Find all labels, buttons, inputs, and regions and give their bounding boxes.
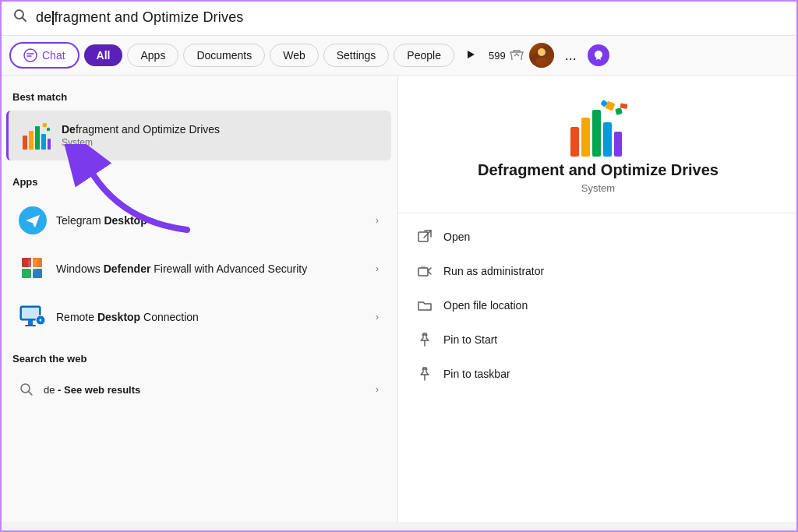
- search-bar: defragment and Optimize Drives: [0, 0, 798, 36]
- tab-all-label: All: [97, 49, 111, 62]
- notification-bubble: [588, 44, 609, 66]
- svg-rect-10: [48, 139, 51, 150]
- pin-taskbar-icon: [417, 366, 433, 382]
- svg-rect-26: [581, 118, 590, 157]
- tab-settings-label: Settings: [337, 49, 376, 62]
- svg-rect-11: [42, 123, 47, 128]
- svg-rect-34: [418, 232, 428, 241]
- app-actions: Open Run as administrator Open file loca…: [398, 213, 798, 397]
- tab-documents-label: Documents: [196, 49, 252, 62]
- app-item-telegram[interactable]: Telegram Desktop ›: [6, 197, 391, 244]
- app-detail-subtitle: System: [581, 182, 615, 194]
- svg-rect-8: [35, 126, 40, 150]
- svg-rect-29: [614, 132, 622, 157]
- action-run-as-admin[interactable]: Run as administrator: [398, 254, 798, 288]
- app-detail-header: Defragment and Optimize Drives System: [398, 76, 798, 213]
- action-admin-label: Run as administrator: [443, 265, 544, 277]
- telegram-text: Telegram Desktop: [56, 214, 376, 227]
- remote-desktop-icon: [19, 303, 47, 331]
- svg-rect-6: [23, 136, 27, 150]
- action-pin-taskbar[interactable]: Pin to taskbar: [398, 357, 798, 391]
- tab-apps[interactable]: Apps: [127, 44, 178, 67]
- svg-line-24: [29, 392, 33, 396]
- action-pin-start-label: Pin to Start: [443, 333, 497, 346]
- svg-rect-7: [29, 131, 34, 150]
- open-icon: [417, 229, 433, 245]
- best-match-subtitle: System: [62, 137, 379, 148]
- apps-section: Apps Telegram Desktop ›: [0, 176, 397, 340]
- svg-point-5: [535, 58, 548, 65]
- web-search-text: de - See web results: [44, 384, 140, 396]
- app-detail-icon: [567, 99, 630, 161]
- svg-marker-3: [468, 51, 475, 58]
- web-section-title: Search the web: [0, 353, 397, 372]
- action-file-location-label: Open file location: [443, 299, 528, 312]
- tab-settings[interactable]: Settings: [323, 44, 390, 67]
- svg-rect-36: [421, 266, 425, 269]
- more-label: ...: [565, 48, 577, 63]
- admin-icon: [417, 263, 433, 279]
- tab-chat-label: Chat: [42, 49, 65, 62]
- action-pin-taskbar-label: Pin to taskbar: [443, 368, 510, 380]
- tab-documents[interactable]: Documents: [183, 44, 265, 67]
- svg-point-2: [24, 49, 37, 62]
- telegram-chevron: ›: [376, 215, 379, 226]
- web-chevron: ›: [376, 384, 379, 395]
- tab-chat[interactable]: Chat: [9, 42, 79, 69]
- svg-line-1: [23, 18, 26, 22]
- best-match-section-title: Best match: [0, 91, 397, 111]
- filter-tabs: Chat All Apps Documents Web Settings Peo…: [0, 36, 798, 76]
- apps-section-title: Apps: [0, 176, 397, 196]
- svg-rect-27: [592, 110, 601, 157]
- action-pin-start[interactable]: Pin to Start: [398, 322, 798, 357]
- svg-rect-16: [22, 269, 31, 278]
- avatar-image: [529, 43, 554, 68]
- defender-text: Windows Defender Firewall with Advanced …: [56, 262, 376, 275]
- svg-rect-33: [620, 103, 627, 108]
- tab-web-label: Web: [283, 49, 305, 62]
- best-match-item[interactable]: Defragment and Optimize Drives System: [6, 111, 391, 160]
- left-panel: Best match Defragment and Opti: [0, 76, 397, 522]
- svg-rect-19: [28, 320, 33, 325]
- tab-apps-label: Apps: [140, 49, 165, 62]
- svg-rect-28: [603, 122, 612, 157]
- right-panel: Defragment and Optimize Drives System Op…: [397, 76, 798, 522]
- web-section: Search the web de - See web results ›: [0, 353, 397, 405]
- pin-start-icon: [417, 332, 433, 347]
- defender-icon: [19, 255, 47, 283]
- app-item-remote-desktop[interactable]: Remote Desktop Connection ›: [6, 294, 391, 340]
- svg-point-4: [538, 48, 546, 56]
- tab-people[interactable]: People: [394, 44, 454, 67]
- svg-rect-35: [418, 268, 428, 276]
- action-open-label: Open: [443, 231, 470, 243]
- more-options-button[interactable]: ...: [559, 44, 583, 67]
- tab-people-label: People: [407, 49, 441, 62]
- telegram-icon: [19, 206, 47, 234]
- svg-rect-20: [25, 325, 36, 326]
- best-match-title: Defragment and Optimize Drives: [62, 123, 379, 136]
- best-match-text: Defragment and Optimize Drives System: [62, 123, 379, 148]
- action-open[interactable]: Open: [398, 220, 798, 254]
- best-match-icon: [21, 120, 52, 151]
- app-item-defender[interactable]: Windows Defender Firewall with Advanced …: [6, 245, 391, 292]
- main-content: Best match Defragment and Opti: [0, 76, 798, 522]
- score-display: 599: [489, 49, 524, 62]
- defender-chevron: ›: [376, 263, 379, 274]
- svg-rect-31: [615, 107, 623, 115]
- tab-web[interactable]: Web: [270, 44, 319, 67]
- remote-desktop-text: Remote Desktop Connection: [56, 311, 376, 323]
- search-input-text[interactable]: defragment and Optimize Drives: [36, 9, 786, 26]
- folder-icon: [417, 298, 433, 313]
- tab-all[interactable]: All: [84, 44, 123, 66]
- web-item-search[interactable]: de - See web results ›: [6, 374, 391, 405]
- action-file-location[interactable]: Open file location: [398, 288, 798, 322]
- svg-rect-9: [41, 134, 46, 150]
- search-icon: [12, 8, 28, 27]
- app-detail-title: Defragment and Optimize Drives: [478, 161, 719, 179]
- svg-rect-25: [570, 127, 579, 157]
- user-avatar[interactable]: [529, 43, 554, 68]
- remote-desktop-chevron: ›: [376, 312, 379, 322]
- tab-play[interactable]: [459, 44, 482, 67]
- svg-rect-21: [22, 308, 39, 319]
- svg-rect-12: [47, 128, 51, 132]
